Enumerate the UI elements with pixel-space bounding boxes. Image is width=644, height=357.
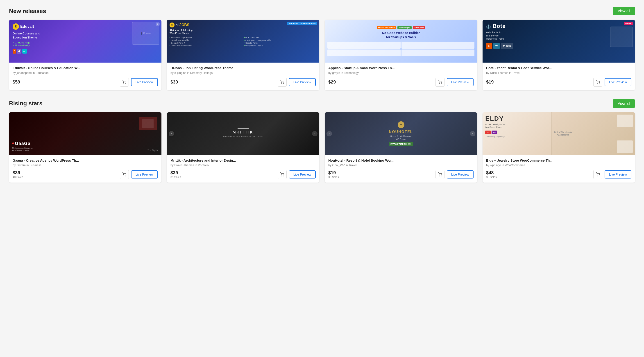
thumb-hijobs: @ hi'JOBS All-in-one Job ListingWordPres… — [167, 20, 319, 62]
view-all-button-new-releases[interactable]: View all — [613, 7, 635, 15]
card-body-applico: Applico - Startup & SaaS WordPress Th...… — [325, 62, 477, 90]
section-header-rising-stars: Rising starsView all — [9, 99, 635, 108]
card-price-mrittik: $39 — [170, 170, 181, 175]
card-title-gaaga: Gaaga - Creative Agency WordPress Th... — [12, 158, 158, 163]
cart-button-mrittik[interactable] — [278, 170, 287, 179]
card-price-gaaga: $39 — [12, 170, 23, 175]
card-price-eldy: $48 — [486, 170, 497, 175]
card-body-nouhotel: NouHotel - Resort & Hotel Booking Wor...… — [325, 155, 477, 183]
card-mrittik: MRITTIK Architecture and Interior Design… — [167, 112, 319, 183]
card-meta-hijobs: by e-plugins in Directory Listings — [170, 71, 316, 74]
card-footer-hijobs: $39Live Preview — [170, 78, 316, 87]
card-title-applico: Applico - Startup & SaaS WordPress Th... — [328, 66, 474, 70]
cart-button-eldy[interactable] — [593, 170, 602, 179]
card-footer-nouhotel: $1939 SalesLive Preview — [328, 170, 474, 179]
card-body-mrittik: Mrittik - Architecture and Interior Desi… — [167, 155, 319, 183]
svg-point-7 — [599, 83, 600, 84]
view-all-button-rising-stars[interactable]: View all — [613, 99, 635, 108]
card-title-mrittik: Mrittik - Architecture and Interior Desi… — [170, 158, 316, 163]
card-meta-eldy: by wpbingo in WooCommerce — [486, 163, 632, 167]
preview-button-bote[interactable]: Live Preview — [604, 78, 632, 86]
cards-grid-new-releases: E Eduvalt Online Courses andEducation Th… — [9, 20, 635, 90]
svg-point-13 — [441, 176, 442, 176]
cart-button-nouhotel[interactable] — [436, 170, 444, 179]
cart-button-hijobs[interactable] — [278, 78, 287, 87]
card-eldy: ELDY Modern Jewelry StoreWordPress Theme… — [482, 112, 635, 183]
card-meta-eduvalt: by johanspond in Education — [12, 71, 158, 74]
card-body-hijobs: HiJobs - Job Listing WordPress Themeby e… — [167, 62, 319, 90]
card-footer-bote: $19Live Preview — [486, 78, 632, 87]
cart-button-gaaga[interactable] — [120, 170, 129, 179]
svg-point-11 — [283, 176, 284, 176]
cart-button-eduvalt[interactable] — [120, 78, 129, 87]
thumb-applico: Envato Elite Author 110+ Widgets Super F… — [325, 20, 477, 62]
preview-button-applico[interactable]: Live Preview — [447, 78, 474, 86]
svg-point-14 — [597, 176, 598, 176]
preview-button-hijobs[interactable]: Live Preview — [289, 78, 316, 86]
card-body-eldy: Eldy – Jewelry Store WooCommerce Th...by… — [482, 155, 635, 183]
svg-point-8 — [124, 176, 124, 176]
preview-button-nouhotel[interactable]: Live Preview — [447, 170, 474, 178]
card-price-applico: $29 — [328, 79, 336, 85]
card-footer-eldy: $4838 SalesLive Preview — [486, 170, 632, 179]
thumb-nouhotel: ✦ NOUHOTEL Resort & Hotel BookingWP Them… — [325, 112, 477, 155]
card-title-hijobs: HiJobs - Job Listing WordPress Theme — [170, 66, 316, 70]
cart-button-bote[interactable] — [593, 78, 602, 87]
card-price-bote: $19 — [486, 79, 494, 85]
preview-button-eldy[interactable]: Live Preview — [604, 170, 632, 178]
section-title-rising-stars: Rising stars — [9, 100, 42, 107]
card-footer-applico: $29Live Preview — [328, 78, 474, 87]
card-footer-gaaga: $3940 SalesLive Preview — [12, 170, 158, 179]
card-nouhotel: ✦ NOUHOTEL Resort & Hotel BookingWP Them… — [325, 112, 477, 183]
svg-point-1 — [126, 83, 126, 84]
card-footer-eduvalt: $59Live Preview — [12, 78, 158, 87]
card-title-bote: Bote - Yacht Rental & Boat Service Wor..… — [486, 66, 632, 70]
card-applico: Envato Elite Author 110+ Widgets Super F… — [325, 20, 477, 90]
svg-point-9 — [126, 176, 126, 176]
card-meta-gaaga: by rsriram in Business — [12, 163, 158, 167]
preview-button-mrittik[interactable]: Live Preview — [289, 170, 316, 178]
card-price-hijobs: $39 — [170, 79, 178, 85]
svg-point-4 — [439, 83, 440, 84]
svg-point-6 — [597, 83, 598, 84]
thumb-eldy: ELDY Modern Jewelry StoreWordPress Theme… — [482, 112, 635, 155]
page-container: New releasesView all E Eduvalt Online Co… — [9, 7, 635, 183]
card-body-gaaga: Gaaga - Creative Agency WordPress Th...b… — [9, 155, 162, 183]
card-sales-mrittik: 39 Sales — [170, 176, 181, 179]
card-sales-nouhotel: 39 Sales — [328, 176, 339, 179]
card-meta-bote: by Duck-Themes in Travel — [486, 71, 632, 74]
thumb-mrittik: MRITTIK Architecture and Interior Design… — [167, 112, 319, 155]
card-body-bote: Bote - Yacht Rental & Boat Service Wor..… — [482, 62, 635, 90]
card-gaaga: GaaGa Multipurpose BusinessWordPress The… — [9, 112, 162, 183]
card-price-eduvalt: $59 — [12, 79, 20, 85]
svg-point-3 — [283, 83, 284, 84]
section-rising-stars: Rising starsView all GaaGa Multipurpose … — [9, 99, 635, 183]
thumb-gaaga: GaaGa Multipurpose BusinessWordPress The… — [9, 112, 162, 155]
card-meta-mrittik: by Bravis-Themes in Portfolio — [170, 163, 316, 167]
thumb-bote: ⚓ Bote Yacht Rental &Boat ServiceWordPre… — [482, 20, 635, 62]
preview-button-gaaga[interactable]: Live Preview — [131, 170, 158, 178]
card-sales-eldy: 38 Sales — [486, 176, 497, 179]
card-title-eldy: Eldy – Jewelry Store WooCommerce Th... — [486, 158, 632, 163]
svg-point-2 — [282, 83, 282, 84]
preview-button-eduvalt[interactable]: Live Preview — [131, 78, 158, 86]
card-hijobs: @ hi'JOBS All-in-one Job ListingWordPres… — [167, 20, 319, 90]
card-body-eduvalt: Eduvalt - Online Courses & Education W..… — [9, 62, 162, 90]
svg-point-0 — [124, 83, 124, 84]
section-title-new-releases: New releases — [9, 8, 46, 15]
card-meta-nouhotel: by Opal_WP in Travel — [328, 163, 474, 167]
section-header-new-releases: New releasesView all — [9, 7, 635, 15]
card-bote: ⚓ Bote Yacht Rental &Boat ServiceWordPre… — [482, 20, 635, 90]
card-title-eduvalt: Eduvalt - Online Courses & Education W..… — [12, 66, 158, 70]
section-new-releases: New releasesView all E Eduvalt Online Co… — [9, 7, 635, 90]
cart-button-applico[interactable] — [436, 78, 444, 87]
card-sales-gaaga: 40 Sales — [12, 176, 23, 179]
card-eduvalt: E Eduvalt Online Courses andEducation Th… — [9, 20, 162, 90]
card-price-nouhotel: $19 — [328, 170, 339, 175]
card-title-nouhotel: NouHotel - Resort & Hotel Booking Wor... — [328, 158, 474, 163]
svg-point-12 — [439, 176, 440, 176]
thumb-eduvalt: E Eduvalt Online Courses andEducation Th… — [9, 20, 162, 62]
svg-point-10 — [282, 176, 282, 176]
card-footer-mrittik: $3939 SalesLive Preview — [170, 170, 316, 179]
card-meta-applico: by grayic in Technology — [328, 71, 474, 74]
